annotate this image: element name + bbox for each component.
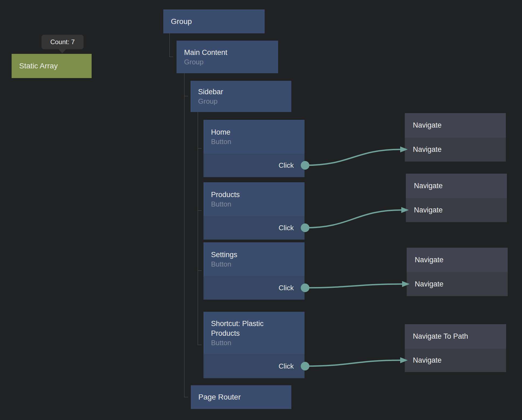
node-static-array[interactable]: Static Array	[12, 54, 92, 78]
node-kind: Button	[211, 260, 305, 269]
node-kind: Button	[211, 137, 305, 146]
node-page-router[interactable]: Page Router	[191, 385, 291, 409]
count-tooltip: Count: 7	[42, 35, 84, 49]
tree-guide-elbow	[198, 210, 202, 211]
input-port-navigate[interactable]: Navigate	[405, 138, 506, 162]
node-title: Products	[211, 190, 305, 200]
tree-guide-line	[184, 73, 185, 397]
node-header: Navigate	[406, 174, 507, 198]
wire-shortcut-click-to-navigate[interactable]	[305, 360, 401, 366]
node-kind: Button	[211, 338, 288, 347]
tree-guide-elbow	[198, 270, 202, 271]
click-output-port[interactable]	[301, 284, 309, 292]
tree-guide-elbow	[198, 345, 202, 345]
input-port-navigate[interactable]: Navigate	[407, 272, 508, 296]
input-port-navigate[interactable]: Navigate	[405, 349, 506, 372]
node-main-content[interactable]: Main Content Group	[177, 41, 278, 73]
click-output-port[interactable]	[301, 223, 309, 232]
node-title: Home	[211, 127, 305, 137]
wire-settings-click-to-navigate[interactable]	[305, 284, 403, 288]
node-title: Page Router	[198, 392, 291, 402]
click-output-port[interactable]	[301, 362, 309, 370]
node-title: Group	[171, 17, 265, 26]
node-title: Main Content	[184, 48, 278, 57]
wire-home-click-to-navigate[interactable]	[305, 149, 401, 165]
node-graph-canvas[interactable]: Count: 7 Static Array Group Main Content…	[0, 0, 522, 420]
node-title: Settings	[211, 250, 305, 260]
node-navigate-1[interactable]: Navigate Navigate	[405, 113, 506, 162]
node-kind: Group	[184, 57, 278, 66]
node-sidebar[interactable]: Sidebar Group	[191, 81, 291, 112]
node-kind: Button	[211, 200, 305, 209]
node-title: Shortcut: Plastic Products	[211, 319, 288, 338]
node-group[interactable]: Group	[163, 9, 265, 33]
node-navigate-3[interactable]: Navigate Navigate	[407, 248, 508, 296]
node-navigate-2[interactable]: Navigate Navigate	[406, 174, 507, 222]
click-port-label: Click	[279, 362, 294, 370]
node-title: Static Array	[19, 61, 92, 71]
input-port-navigate[interactable]: Navigate	[406, 198, 507, 222]
node-products-button[interactable]: Products Button Click	[203, 182, 305, 240]
tree-guide-elbow	[184, 397, 188, 397]
node-shortcut-plastic-products-button[interactable]: Shortcut: Plastic Products Button Click	[203, 312, 305, 378]
node-title: Sidebar	[198, 87, 291, 97]
node-header: Navigate To Path	[405, 324, 506, 349]
node-header: Navigate	[407, 248, 508, 272]
wire-products-click-to-navigate[interactable]	[305, 210, 402, 228]
count-tooltip-text: Count: 7	[50, 38, 75, 46]
tree-guide-line	[198, 112, 198, 345]
tooltip-arrow	[58, 49, 66, 53]
node-header: Navigate	[405, 113, 506, 138]
node-home-button[interactable]: Home Button Click	[203, 120, 305, 177]
tree-guide-elbow	[169, 57, 173, 57]
node-navigate-to-path[interactable]: Navigate To Path Navigate	[405, 324, 506, 372]
click-port-label: Click	[279, 224, 294, 232]
tree-guide-elbow	[198, 148, 202, 149]
tree-guide-elbow	[184, 96, 188, 96]
node-settings-button[interactable]: Settings Button Click	[203, 242, 305, 300]
click-output-port[interactable]	[301, 161, 309, 170]
click-port-label: Click	[279, 284, 294, 292]
click-port-label: Click	[279, 161, 294, 170]
node-kind: Group	[198, 97, 291, 106]
tree-guide-line	[169, 33, 170, 57]
